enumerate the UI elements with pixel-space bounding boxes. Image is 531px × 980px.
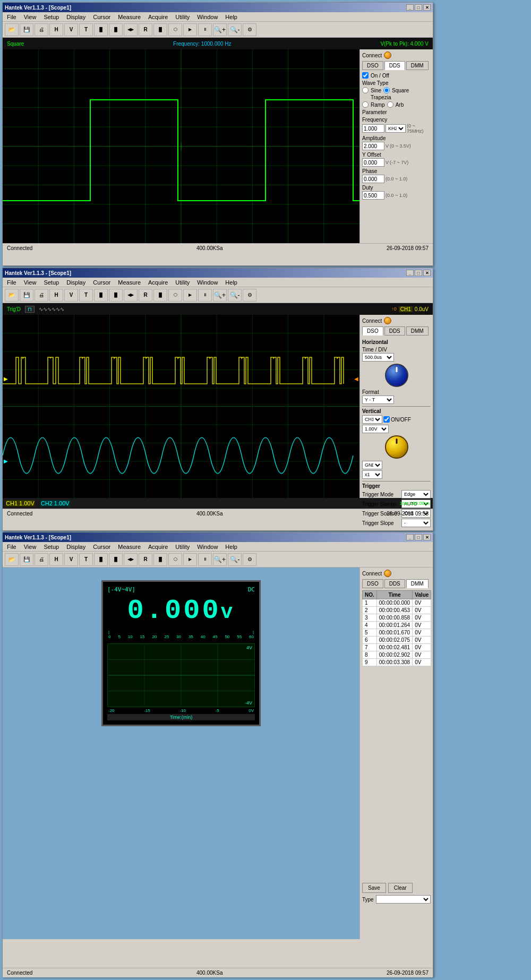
menu-utility-1[interactable]: Utility [173,13,192,21]
maximize-btn-1[interactable]: □ [415,4,422,11]
on-off-checkbox-1[interactable] [362,72,369,79]
tb-print-1[interactable]: 🖨 [35,23,48,36]
menu-setup-2[interactable]: Setup [41,279,61,286]
tb-zoom-in-2[interactable]: 🔍+ [213,289,227,302]
close-btn-2[interactable]: ✕ [423,270,431,276]
menu-window-3[interactable]: Window [195,543,220,551]
tb-play-3[interactable]: ▶ [183,553,197,566]
tb-save-2[interactable]: 💾 [20,289,33,302]
tb-open-2[interactable]: 📂 [5,289,19,302]
clear-button-3[interactable]: Clear [388,883,413,893]
trig-mode-select-2[interactable]: EdgePulseVideo [401,490,431,498]
tb-settings-3[interactable]: ⚙ [243,553,256,566]
tb-h-1[interactable]: H [49,23,63,36]
tb-btn4[interactable]: ▐▌ [153,23,167,36]
volts-div-select-2[interactable]: 1.00V500mV2V [362,425,389,433]
trig-slope-select-2[interactable]: -RisingFalling [401,519,431,527]
menu-view-3[interactable]: View [22,543,39,551]
tab-dso-2[interactable]: DSO [362,326,383,336]
tb-print-2[interactable]: 🖨 [35,289,48,302]
ch-select-2[interactable]: CH1CH2 [362,415,382,424]
menu-utility-3[interactable]: Utility [173,543,192,551]
ch-on-off-2[interactable] [383,416,390,423]
ramp-radio-1[interactable] [362,101,369,108]
time-div-select-2[interactable]: 500.0us1ms100us [362,353,394,362]
tb-btn2c[interactable]: ◀▶ [124,289,138,302]
tb-save-1[interactable]: 💾 [20,23,33,36]
tab-dmm-1[interactable]: DMM [406,61,429,70]
minimize-btn-1[interactable]: _ [406,4,414,11]
tab-dmm-3[interactable]: DMM [406,579,429,588]
type-select-3[interactable] [376,895,431,904]
tb-h-3[interactable]: H [49,553,63,566]
menu-acquire-1[interactable]: Acquire [146,13,170,21]
tb-btn1[interactable]: ▐▌ [94,23,108,36]
tab-dso-1[interactable]: DSO [362,61,383,70]
tb-r-2[interactable]: R [139,289,152,302]
menu-window-2[interactable]: Window [195,279,220,286]
tb-zoom-in-1[interactable]: 🔍+ [213,23,227,36]
probe-select-2[interactable]: x1x10 [362,470,382,479]
tab-dds-1[interactable]: DDS [384,61,405,70]
amp-input-1[interactable] [362,142,384,150]
tb-btn3d[interactable]: ▐▌ [153,553,167,566]
menu-cursor-3[interactable]: Cursor [91,543,113,551]
tb-btn3a[interactable]: ▐▌ [94,553,108,566]
format-select-2[interactable]: Y - T [362,396,394,404]
menu-measure-1[interactable]: Measure [116,13,143,21]
menu-cursor-1[interactable]: Cursor [91,13,113,21]
menu-help-2[interactable]: Help [223,279,239,286]
menu-view-2[interactable]: View [22,279,39,286]
duty-input-1[interactable] [362,191,384,200]
tb-btn2a[interactable]: ▐▌ [94,289,108,302]
freq-unit-select-1[interactable]: KHZHzMHz [386,124,406,133]
tb-print-3[interactable]: 🖨 [35,553,48,566]
arb-radio-1[interactable] [387,101,393,108]
tb-btn6[interactable]: ▶ [183,23,197,36]
tab-dds-2[interactable]: DDS [384,326,405,336]
menu-cursor-2[interactable]: Cursor [91,279,113,286]
menu-acquire-3[interactable]: Acquire [146,543,170,551]
maximize-btn-2[interactable]: □ [415,270,422,276]
tb-btn2[interactable]: ▐▌ [109,23,123,36]
menu-setup-3[interactable]: Setup [41,543,61,551]
tb-open-3[interactable]: 📂 [5,553,19,566]
tb-r-3[interactable]: R [139,553,152,566]
tb-btn3c[interactable]: ◀▶ [124,553,138,566]
menu-file-1[interactable]: File [5,13,19,21]
tb-settings-2[interactable]: ⚙ [243,289,256,302]
horizontal-knob-2[interactable] [362,364,431,387]
coupling-select-2[interactable]: GNDDCAC [362,461,382,469]
freq-input-1[interactable] [362,124,384,133]
tb-zoom-in-3[interactable]: 🔍+ [213,553,227,566]
close-btn-3[interactable]: ✕ [423,534,431,540]
tb-r-1[interactable]: R [139,23,152,36]
phase-input-1[interactable] [362,175,384,183]
tb-settings-1[interactable]: ⚙ [243,23,256,36]
maximize-btn-3[interactable]: □ [415,534,422,540]
tb-btn3e[interactable]: ⬡ [168,553,182,566]
menu-acquire-2[interactable]: Acquire [146,279,170,286]
tb-t-2[interactable]: T [79,289,93,302]
tb-v-3[interactable]: V [64,553,78,566]
tb-zoom-out-2[interactable]: 🔍- [228,289,242,302]
menu-display-3[interactable]: Display [64,543,88,551]
tb-open-1[interactable]: 📂 [5,23,19,36]
menu-measure-3[interactable]: Measure [116,543,143,551]
save-button-3[interactable]: Save [362,883,386,893]
menu-display-2[interactable]: Display [64,279,88,286]
menu-utility-2[interactable]: Utility [173,279,192,286]
tb-save-3[interactable]: 💾 [20,553,33,566]
tab-dds-3[interactable]: DDS [384,579,405,588]
tb-v-2[interactable]: V [64,289,78,302]
tb-btn2d[interactable]: ▐▌ [153,289,167,302]
tb-btn7[interactable]: ⏸ [198,23,212,36]
menu-file-2[interactable]: File [5,279,19,286]
tb-btn3b[interactable]: ▐▌ [109,553,123,566]
vertical-knob-2[interactable] [362,435,431,459]
tb-pause-2[interactable]: ⏸ [198,289,212,302]
sine-radio-1[interactable] [362,87,369,93]
tb-play-2[interactable]: ▶ [183,289,197,302]
tb-h-2[interactable]: H [49,289,63,302]
menu-display-1[interactable]: Display [64,13,88,21]
